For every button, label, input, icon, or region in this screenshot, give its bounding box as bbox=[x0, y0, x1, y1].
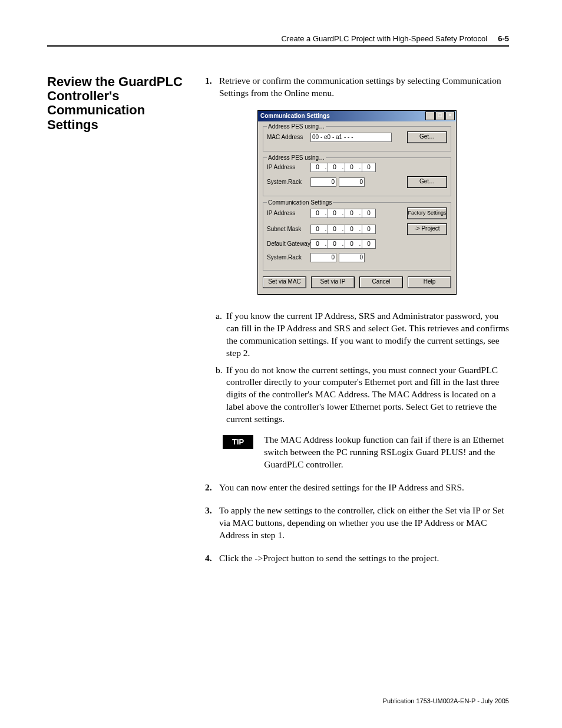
group-comm-legend: Communication Settings bbox=[267, 199, 333, 207]
publication-footer: Publication 1753-UM002A-EN-P - July 2005 bbox=[383, 697, 509, 704]
cs-system-rack-input[interactable]: 0 0 bbox=[310, 253, 365, 262]
maximize-icon[interactable]: □ bbox=[435, 111, 445, 120]
default-gateway-label: Default Gateway bbox=[267, 240, 310, 248]
cs-system-rack-label: System.Rack bbox=[267, 253, 310, 262]
subnet-mask-input[interactable]: 0. 0. 0. 0 bbox=[310, 225, 376, 234]
step-3: 3. To apply the new settings to the cont… bbox=[205, 505, 509, 542]
step-1: 1. Retrieve or confirm the communication… bbox=[205, 75, 509, 100]
chapter-title: Create a GuardPLC Project with High-Spee… bbox=[281, 34, 487, 43]
subnet-mask-label: Subnet Mask bbox=[267, 225, 310, 233]
cs-ip-input[interactable]: 0. 0. 0. 0 bbox=[310, 209, 376, 218]
dialog-title: Communication Settings bbox=[260, 112, 330, 120]
help-button[interactable]: Help bbox=[408, 276, 451, 288]
page-header: Create a GuardPLC Project with High-Spee… bbox=[47, 34, 509, 43]
tip-text: The MAC Address lookup function can fail… bbox=[264, 434, 509, 471]
page-number: 6-5 bbox=[498, 34, 509, 43]
minimize-icon[interactable]: _ bbox=[425, 111, 435, 120]
substep-text: If you know the current IP Address, SRS … bbox=[226, 310, 509, 360]
step-4: 4. Click the ->Project button to send th… bbox=[205, 552, 509, 565]
set-via-mac-button[interactable]: Set via MAC bbox=[263, 276, 306, 288]
system-rack-input[interactable]: 0 0 bbox=[310, 177, 365, 187]
dialog-titlebar[interactable]: Communication Settings _ □ × bbox=[258, 111, 456, 121]
mac-address-input[interactable]: 00 - e0 - a1 - - - bbox=[310, 133, 392, 142]
cancel-button[interactable]: Cancel bbox=[359, 276, 403, 288]
step-text: You can now enter the desired settings f… bbox=[219, 482, 509, 494]
substep-b: b. If you do not know the current settin… bbox=[216, 364, 509, 426]
substep-a: a. If you know the current IP Address, S… bbox=[216, 310, 509, 360]
close-icon[interactable]: × bbox=[445, 111, 455, 120]
step-number: 2. bbox=[205, 482, 219, 494]
set-via-ip-button[interactable]: Set via IP bbox=[311, 276, 355, 288]
communication-settings-dialog: Communication Settings _ □ × Address PES… bbox=[257, 110, 457, 295]
substep-marker: b. bbox=[216, 364, 226, 426]
factory-settings-button[interactable]: Factory Settings bbox=[407, 207, 447, 219]
step-number: 1. bbox=[205, 75, 219, 100]
ip-address-input[interactable]: 0. 0. 0. 0 bbox=[310, 163, 376, 172]
get-mac-button[interactable]: Get… bbox=[407, 131, 447, 143]
substep-text: If you do not know the current settings,… bbox=[226, 364, 509, 426]
header-rule bbox=[47, 45, 509, 47]
tip-badge: TIP bbox=[223, 435, 253, 449]
cs-ip-label: IP Address bbox=[267, 209, 310, 218]
get-ip-button[interactable]: Get… bbox=[407, 176, 447, 188]
mac-address-label: MAC Address bbox=[267, 133, 310, 141]
ip-address-label: IP Address bbox=[267, 163, 310, 172]
substep-marker: a. bbox=[216, 310, 226, 360]
default-gateway-input[interactable]: 0. 0. 0. 0 bbox=[310, 239, 376, 249]
step-2: 2. You can now enter the desired setting… bbox=[205, 482, 509, 494]
section-heading: Review the GuardPLC Controller's Communi… bbox=[47, 75, 189, 132]
step-text: Click the ->Project button to send the s… bbox=[219, 552, 509, 565]
group-comm-settings: Communication Settings IP Address 0. 0. … bbox=[263, 202, 451, 271]
group-ip-legend: Address PES using… bbox=[267, 154, 326, 162]
step-number: 3. bbox=[205, 505, 219, 542]
group-ip-srs: Address PES using… IP Address 0. 0. 0. 0 bbox=[263, 157, 451, 196]
group-mac-legend: Address PES using… bbox=[267, 123, 326, 131]
tip-callout: TIP The MAC Address lookup function can … bbox=[223, 434, 509, 471]
step-text: Retrieve or confirm the communication se… bbox=[219, 75, 509, 100]
step-number: 4. bbox=[205, 552, 219, 565]
to-project-button[interactable]: -> Project bbox=[407, 223, 447, 235]
step-text: To apply the new settings to the control… bbox=[219, 505, 509, 542]
system-rack-label: System.Rack bbox=[267, 178, 310, 186]
group-mac: Address PES using… MAC Address 00 - e0 -… bbox=[263, 126, 451, 151]
